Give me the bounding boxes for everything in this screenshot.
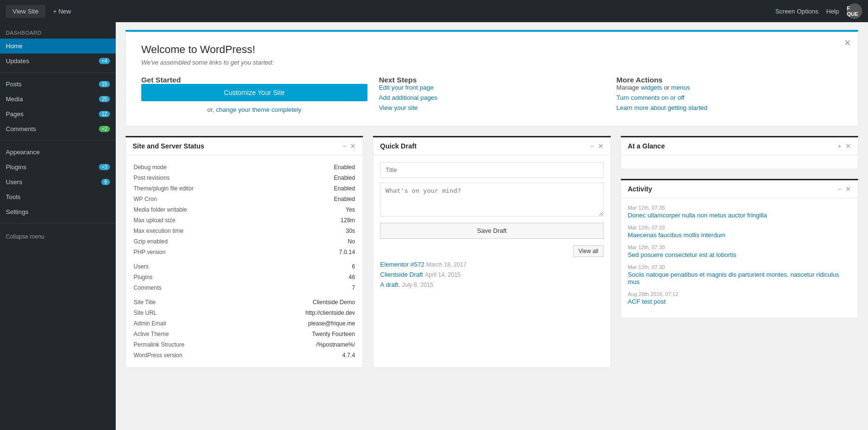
screen-options-button[interactable]: Screen Options: [775, 8, 819, 15]
sidebar-item-users-label: Users: [6, 178, 22, 186]
at-glance-and-activity-col: At a Glance + ✕ Activity − ✕: [621, 136, 858, 368]
widgets-grid: Site and Server Status − ✕ Debug modeEna…: [125, 136, 858, 368]
activity-timestamp: Mar 12th, 07:30: [628, 244, 851, 250]
comments-toggle-link[interactable]: Turn comments on or off: [616, 94, 684, 101]
draft-date: April 14, 2015: [425, 271, 461, 278]
avatar[interactable]: F QUE: [847, 3, 862, 19]
or-text: or: [664, 84, 671, 91]
sidebar-item-comments-label: Comments: [6, 125, 36, 133]
sidebar-item-posts-label: Posts: [6, 81, 22, 88]
status-table: Debug modeEnabledPost revisionsEnabledTh…: [133, 162, 356, 361]
sidebar-item-plugins[interactable]: Plugins +3: [0, 160, 116, 175]
activity-link[interactable]: Donec ullamcorper nulla non metus auctor…: [628, 212, 851, 219]
server-status-close-button[interactable]: ✕: [350, 142, 356, 150]
table-row: Media folder writableYes: [133, 204, 356, 215]
sidebar-item-media[interactable]: Media 25: [0, 92, 116, 107]
table-row: Site TitleClientside Demo: [133, 293, 356, 308]
sidebar-item-tools[interactable]: Tools: [0, 189, 116, 204]
quick-draft-title: Quick Draft: [380, 142, 416, 150]
draft-link[interactable]: Clientside Draft: [380, 271, 423, 278]
sidebar-item-posts[interactable]: Posts 15: [0, 77, 116, 92]
collapse-menu-button[interactable]: Collapse menu: [0, 228, 116, 246]
list-item: Aug 28th 2016, 07:12ACF test post: [628, 291, 851, 305]
next-step-link-3[interactable]: View your site: [379, 104, 418, 111]
table-row: Max upload size128m: [133, 215, 356, 226]
view-all-button[interactable]: View all: [573, 245, 604, 257]
table-row: Gzip enabledNo: [133, 236, 356, 247]
at-a-glance-title: At a Glance: [628, 142, 665, 150]
customize-site-button[interactable]: Customize Your Site: [141, 84, 367, 101]
get-started-heading: Get Started: [141, 76, 367, 84]
draft-link[interactable]: Elementor #572: [380, 261, 424, 268]
sidebar-item-home[interactable]: Home: [0, 39, 116, 54]
welcome-close-button[interactable]: ✕: [844, 38, 851, 48]
sidebar-item-home-label: Home: [6, 42, 23, 50]
new-button[interactable]: + New: [53, 8, 71, 15]
sidebar-item-settings-label: Settings: [6, 208, 28, 215]
next-steps-list: Edit your front page Add additional page…: [379, 84, 605, 111]
table-row: Post revisionsEnabled: [133, 173, 356, 183]
sidebar-item-users[interactable]: Users 6: [0, 175, 116, 189]
next-step-link-1[interactable]: Edit your front page: [379, 84, 434, 91]
activity-link[interactable]: Sed posuere consectetur est at lobortis: [628, 251, 851, 258]
menus-link[interactable]: menus: [671, 84, 690, 91]
activity-title: Activity: [628, 185, 652, 193]
activity-timestamp: Aug 28th 2016, 07:12: [628, 291, 851, 297]
sidebar-item-updates[interactable]: Updates +4: [0, 54, 116, 68]
getting-started-link[interactable]: Learn more about getting started: [616, 104, 707, 111]
sidebar-item-settings[interactable]: Settings: [0, 204, 116, 219]
at-glance-body: [621, 155, 858, 169]
activity-timestamp: Mar 12th, 07:35: [628, 205, 851, 211]
activity-link[interactable]: ACF test post: [628, 298, 851, 305]
table-row: Plugins46: [133, 272, 356, 282]
draft-body-input[interactable]: [380, 183, 603, 216]
table-row: Max execution time30s: [133, 226, 356, 236]
quick-draft-minimize-button[interactable]: −: [590, 142, 594, 150]
sidebar-item-comments[interactable]: Comments +2: [0, 121, 116, 136]
activity-widget: Activity − ✕ Mar 12th, 07:35Donec ullamc…: [621, 179, 858, 318]
quick-draft-close-button[interactable]: ✕: [598, 142, 604, 150]
welcome-title: Welcome to WordPress!: [141, 43, 842, 56]
sidebar: Dashboard Home Updates +4 Posts 15 Media…: [0, 22, 116, 430]
change-theme-link[interactable]: change your theme completely: [216, 106, 301, 113]
at-glance-close-button[interactable]: ✕: [845, 142, 851, 150]
activity-timestamp: Mar 12th, 07:33: [628, 225, 851, 230]
save-draft-button[interactable]: Save Draft: [380, 223, 603, 239]
pages-badge: 12: [99, 111, 110, 117]
list-item: Mar 12th, 07:35Donec ullamcorper nulla n…: [628, 205, 851, 219]
welcome-panel: ✕ Welcome to WordPress! We've assembled …: [125, 30, 858, 126]
help-button[interactable]: Help: [826, 8, 839, 15]
server-status-minimize-button[interactable]: −: [342, 142, 346, 150]
activity-close-button[interactable]: ✕: [845, 185, 851, 193]
list-item: Turn comments on or off: [616, 94, 842, 101]
sidebar-item-appearance[interactable]: Appearance: [0, 145, 116, 160]
plugins-badge: +3: [99, 164, 110, 170]
view-site-button[interactable]: View Site: [6, 5, 45, 18]
sidebar-section-dashboard: Dashboard: [0, 22, 116, 39]
table-row: Active ThemeTwenty Fourteen: [133, 329, 356, 339]
manage-text: Manage: [616, 84, 641, 91]
draft-link[interactable]: A draft.: [380, 281, 400, 288]
welcome-subtitle: We've assembled some links to get you st…: [141, 59, 842, 66]
more-actions-heading: More Actions: [616, 76, 842, 84]
next-step-link-2[interactable]: Add additional pages: [379, 94, 437, 101]
draft-date: March 18, 2017: [426, 261, 466, 268]
activity-timestamp: Mar 12th, 07:30: [628, 264, 851, 270]
updates-badge: +4: [99, 58, 110, 64]
sidebar-item-tools-label: Tools: [6, 193, 20, 201]
sidebar-item-pages[interactable]: Pages 12: [0, 107, 116, 121]
at-glance-add-button[interactable]: +: [838, 142, 841, 150]
list-item: Mar 12th, 07:33Maecenas faucibus mollis …: [628, 225, 851, 239]
draft-title-input[interactable]: [380, 162, 603, 178]
sidebar-item-updates-label: Updates: [6, 57, 29, 65]
list-item: View your site: [379, 104, 605, 111]
list-item: Mar 12th, 07:30Sed posuere consectetur e…: [628, 244, 851, 258]
activity-link[interactable]: Maecenas faucibus mollis interdum: [628, 231, 851, 239]
list-item: Elementor #572March 18, 2017: [380, 261, 603, 268]
next-steps-heading: Next Steps: [379, 76, 605, 84]
widgets-link[interactable]: widgets: [641, 84, 662, 91]
activity-link[interactable]: Sociis natoque penatibus et magnis dis p…: [628, 271, 851, 285]
activity-minimize-button[interactable]: −: [838, 185, 841, 193]
server-status-widget: Site and Server Status − ✕ Debug modeEna…: [125, 136, 363, 368]
change-theme-prefix: or,: [207, 106, 214, 113]
